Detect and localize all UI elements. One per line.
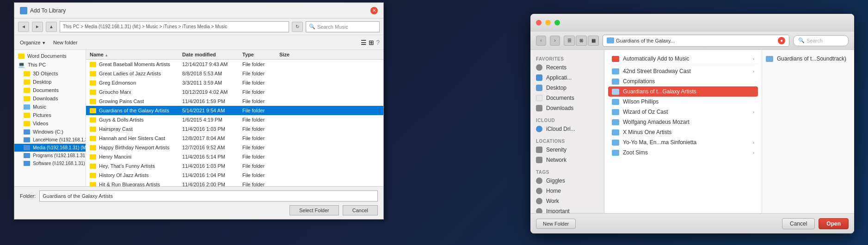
mac-folder-row[interactable]: Wizard of Oz Cast › [608, 107, 758, 117]
mac-toolbar: ‹ › ☰ ⊞ ▦ Guardians of the Galaxy... ● 🔍… [530, 31, 854, 50]
file-row[interactable]: Hairspray Cast 11/4/2016 1:03 PM File fo… [86, 124, 383, 134]
mac-close-button[interactable] [536, 20, 542, 25]
sidebar-item-important[interactable]: Important [530, 206, 604, 213]
sidebar-item-desktop-mac[interactable]: Desktop [530, 83, 604, 93]
mac-file-dialog[interactable]: ‹ › ☰ ⊞ ▦ Guardians of the Galaxy... ● 🔍… [530, 14, 854, 233]
column-name[interactable]: Name [86, 51, 179, 58]
mac-cover-view[interactable]: ▦ [588, 36, 599, 46]
column-type[interactable]: Type [239, 51, 276, 58]
file-row[interactable]: Happy Birthday Newport Artists 12/7/2016… [86, 143, 383, 152]
select-folder-button[interactable]: Select Folder [289, 205, 339, 215]
tag-work-icon [536, 198, 542, 204]
cancel-button[interactable]: Cancel [343, 205, 378, 215]
mac-folder-row[interactable]: Compilations [608, 76, 758, 86]
help-icon[interactable]: ? [376, 39, 380, 46]
windows-file-dialog[interactable]: Add To Library ✕ ◄ ► ▲ This PC > Media (… [14, 2, 384, 220]
organize-button[interactable]: Organize [18, 39, 48, 46]
file-name: Hairspray Cast [86, 125, 179, 133]
mac-minimize-button[interactable] [545, 20, 551, 25]
sidebar-item-documents[interactable]: Documents [14, 86, 86, 94]
mac-list-view[interactable]: ☰ [564, 36, 575, 46]
file-row[interactable]: History Of Jazz Artists 11/4/2016 1:04 P… [86, 171, 383, 180]
mac-forward-button[interactable]: › [550, 36, 560, 46]
file-row[interactable]: Greg Edmonson 3/3/2011 3:59 AM File fold… [86, 78, 383, 87]
mac-maximize-button[interactable] [554, 20, 560, 25]
sidebar-item-pictures[interactable]: Pictures [14, 111, 86, 119]
mac-folder-row[interactable]: X Minus One Artists [608, 127, 758, 137]
sidebar-item-home[interactable]: Home [530, 186, 604, 196]
sidebar-item-applications[interactable]: Applicati... [530, 73, 604, 83]
folder-row: Folder: [20, 190, 378, 202]
sidebar-item-giggles[interactable]: Giggles [530, 176, 604, 186]
file-row[interactable]: Great Baseball Moments Artists 12/14/201… [86, 60, 383, 69]
sidebar-item-downloads[interactable]: Downloads [14, 94, 86, 103]
file-row[interactable]: Groucho Marx 10/12/2019 4:02 AM File fol… [86, 87, 383, 97]
mac-extra-folder-row[interactable]: Guardians of t...Soundtrack) [762, 54, 854, 64]
sidebar-item-lance-home[interactable]: LanceHome (\\192.168.1.31) (L:) [14, 136, 86, 144]
mac-folder-row[interactable]: 42nd Street Broadway Cast › [608, 66, 758, 76]
details-view-icon[interactable]: ⊞ [369, 39, 374, 46]
mac-new-folder-button[interactable]: New Folder [536, 219, 576, 229]
file-row[interactable]: Guys & Dolls Artists 1/6/2015 4:19 PM Fi… [86, 115, 383, 124]
mac-folder-row[interactable]: Zoot Sims › [608, 147, 758, 158]
mac-folder-row[interactable]: Yo-Yo Ma, En...ma Sinfonietta › [608, 137, 758, 147]
column-date[interactable]: Date modified [179, 51, 239, 58]
file-row[interactable]: Hannah and Her Sisters Cast 12/8/2017 8:… [86, 134, 383, 143]
new-folder-button[interactable]: New folder [51, 39, 80, 46]
sidebar-item-music[interactable]: Music [14, 103, 86, 111]
mac-open-button[interactable]: Open [819, 218, 849, 229]
file-row[interactable]: Growing Pains Cast 11/4/2016 1:59 PM Fil… [86, 97, 383, 106]
mac-folder-row[interactable]: Wolfgang Amadeus Mozart [608, 117, 758, 127]
search-box[interactable]: 🔍 Search Music [306, 21, 380, 32]
mac-cancel-button[interactable]: Cancel [782, 218, 815, 229]
file-row[interactable]: Great Ladies of Jazz Artists 8/8/2018 5:… [86, 69, 383, 78]
path-text: This PC > Media (\\192.168.1.31) (M:) > … [63, 24, 227, 29]
mac-content: Automatically Add to Music › 42nd Street… [604, 50, 762, 213]
file-type: File folder [239, 79, 276, 86]
file-date: 12/7/2016 9:52 AM [179, 144, 239, 151]
favorites-header: Favorites [530, 55, 604, 62]
file-date: 5/14/2021 9:54 AM [179, 107, 239, 114]
sidebar-item-documents-mac[interactable]: Documents [530, 93, 604, 103]
drive-icon [24, 161, 30, 166]
path-bar[interactable]: This PC > Media (\\192.168.1.31) (M:) > … [60, 21, 289, 32]
folder-icon [24, 104, 30, 110]
mac-columns-view[interactable]: ⊞ [576, 36, 587, 46]
sidebar-item-work[interactable]: Work [530, 196, 604, 206]
sidebar-item-media[interactable]: Media (\\192.168.1.31) (M:) [14, 144, 86, 152]
column-size[interactable]: Size [276, 51, 303, 58]
forward-button[interactable]: ► [32, 22, 43, 32]
sidebar-item-icloud[interactable]: iCloud Dri... [530, 124, 604, 134]
sidebar-item-network[interactable]: Network [530, 155, 604, 165]
sidebar-item-3d-objects[interactable]: 3D Objects [14, 69, 86, 78]
file-row[interactable]: Guardians of the Galaxy Artists 5/14/202… [86, 106, 383, 115]
file-date: 11/4/2016 1:04 PM [179, 172, 239, 179]
sidebar-item-software[interactable]: Software (\\192.168.1.31) (S:) [14, 159, 86, 167]
back-button[interactable]: ◄ [18, 22, 29, 32]
list-view-icon[interactable]: ☰ [361, 39, 367, 46]
file-name: Groucho Marx [86, 88, 179, 96]
mac-footer-buttons: Cancel Open [782, 218, 849, 229]
sidebar-item-desktop[interactable]: Desktop [14, 78, 86, 86]
refresh-button[interactable]: ↻ [292, 22, 303, 32]
mac-folder-name: Wilson Phillips [623, 98, 659, 105]
mac-folder-row[interactable]: Wilson Phillips [608, 97, 758, 107]
mac-folder-row[interactable]: Guardians of t...Galaxy Artists › [608, 86, 758, 97]
file-row[interactable]: Henry Mancini 11/4/2016 5:14 PM File fol… [86, 152, 383, 161]
folder-input[interactable] [39, 190, 378, 202]
close-button[interactable]: ✕ [370, 7, 378, 14]
sidebar-item-windows-c[interactable]: Windows (C:) [14, 128, 86, 136]
up-button[interactable]: ▲ [46, 22, 57, 32]
sidebar-item-downloads-mac[interactable]: Downloads [530, 103, 604, 113]
file-size [276, 82, 303, 84]
sidebar-item-programs[interactable]: Programs (\\192.168.1.31) (P:) [14, 152, 86, 159]
file-row[interactable]: Hey, That's Funny Artists 11/4/2016 1:03… [86, 161, 383, 171]
mac-search-box[interactable]: 🔍 Search [793, 35, 849, 46]
sidebar-item-word-documents[interactable]: Word Documents [14, 52, 86, 60]
mac-back-button[interactable]: ‹ [536, 36, 546, 46]
file-row[interactable]: Hit & Run Bluegrass Artists 11/4/2016 2:… [86, 180, 383, 186]
sidebar-item-this-pc[interactable]: 💻 This PC [14, 60, 86, 69]
sidebar-item-videos[interactable]: Videos [14, 119, 86, 128]
sidebar-item-recents[interactable]: Recents [530, 62, 604, 73]
sidebar-item-serenity[interactable]: Serenity [530, 145, 604, 155]
